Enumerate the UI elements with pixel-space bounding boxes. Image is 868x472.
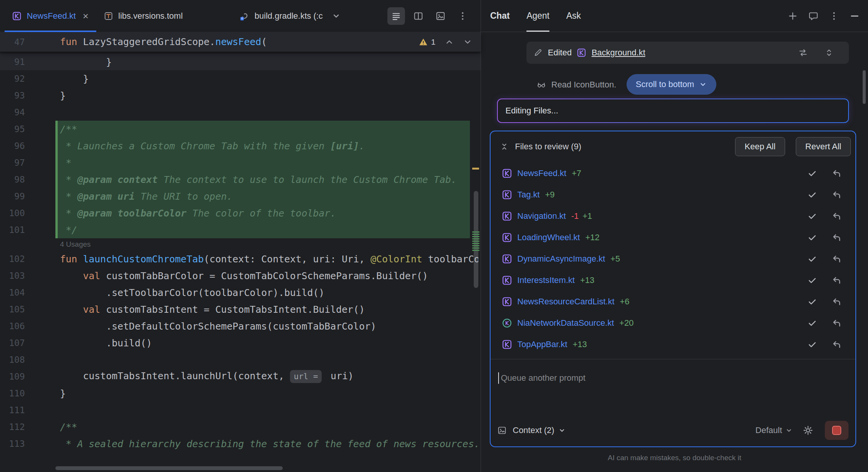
sticky-code-line[interactable]: 47 fun LazyStaggeredGridScope.newsFeed( …	[0, 32, 481, 52]
revert-file-button[interactable]	[832, 254, 842, 264]
editor-tab-libs-versions-toml[interactable]: libs.versions.toml	[96, 0, 191, 32]
accept-file-button[interactable]	[807, 318, 817, 328]
code-line-99[interactable]: 99 * @param uri The URI to open.	[0, 188, 481, 205]
kotlin-class-icon	[502, 318, 512, 328]
line-number: 113	[0, 435, 25, 452]
code-line-107[interactable]: 107 .build()	[0, 335, 481, 351]
accept-file-button[interactable]	[807, 339, 817, 349]
revert-file-button[interactable]	[832, 275, 842, 285]
code-line-92[interactable]: 92 }	[0, 70, 481, 87]
code-line-102[interactable]: 102fun launchCustomChromeTab(context: Co…	[0, 251, 481, 267]
code-line-103[interactable]: 103 val customTabBarColor = CustomTabCol…	[0, 267, 481, 284]
code-line-94[interactable]: 94	[0, 104, 481, 121]
attach-image-icon[interactable]	[497, 426, 507, 435]
stop-button[interactable]	[825, 421, 849, 440]
show-diff-icon[interactable]	[798, 48, 808, 57]
warning-indicator[interactable]: 1	[419, 37, 436, 47]
chat-tab-chat[interactable]: Chat	[490, 0, 510, 32]
code-line-105[interactable]: 105 val customTabsIntent = CustomTabsInt…	[0, 301, 481, 318]
revert-file-button[interactable]	[832, 190, 842, 200]
usages-hint[interactable]: 4 Usages	[60, 240, 91, 249]
expand-collapse-icon[interactable]	[824, 48, 834, 57]
chat-more-options-button[interactable]	[829, 11, 839, 21]
line-number: 100	[0, 205, 25, 221]
review-file-row: InterestsItem.kt+13	[491, 270, 855, 291]
chat-history-button[interactable]	[808, 11, 818, 21]
model-selector[interactable]: Default	[755, 425, 793, 435]
accept-file-button[interactable]	[807, 190, 817, 200]
code-line-95[interactable]: 95/**	[0, 121, 481, 137]
file-structure-button[interactable]	[387, 7, 405, 25]
chat-scrollbar[interactable]	[863, 70, 866, 104]
code-line-106[interactable]: 106 .setDefaultColorSchemeParams(customT…	[0, 318, 481, 335]
hide-panel-button[interactable]	[850, 11, 860, 21]
revert-file-button[interactable]	[832, 168, 842, 178]
hidden-tabs-chevron-down-icon[interactable]	[332, 12, 340, 20]
prompt-input[interactable]: Queue another prompt	[491, 359, 855, 414]
code-line-109[interactable]: 109 customTabsIntent.launchUrl(context, …	[0, 368, 481, 385]
code-editor[interactable]: 91 }92 }93}9495/**96 * Launches a Custom…	[0, 52, 481, 472]
gradle-file-icon	[240, 11, 249, 21]
editor-horizontal-scrollbar[interactable]	[55, 466, 283, 470]
code-line-108[interactable]: 108	[0, 351, 481, 368]
code-line-113[interactable]: 113 * A sealed hierarchy describing the …	[0, 435, 481, 452]
code-line-101[interactable]: 101 */	[0, 221, 481, 238]
accept-file-button[interactable]	[807, 275, 817, 285]
chevron-down-icon	[699, 80, 707, 89]
accept-file-button[interactable]	[807, 168, 817, 178]
editor-tab-build-gradle-kts-c[interactable]: build.gradle.kts (:c	[232, 0, 348, 32]
revert-file-button[interactable]	[832, 233, 842, 242]
gear-icon[interactable]	[803, 425, 813, 436]
code-line-98[interactable]: 98 * @param context The context to use t…	[0, 171, 481, 188]
code-line-96[interactable]: 96 * Launches a Custom Chrome Tab with t…	[0, 137, 481, 154]
read-file-row[interactable]: Read IconButton.	[537, 77, 616, 92]
model-label: Default	[755, 425, 782, 435]
chat-body: Edited Background.kt Read IconButton.	[481, 32, 868, 472]
code-line-97[interactable]: 97 *	[0, 154, 481, 171]
next-issue-button[interactable]	[463, 37, 472, 47]
split-editor-button[interactable]	[410, 7, 427, 25]
chat-tab-ask[interactable]: Ask	[566, 0, 581, 32]
review-file-link[interactable]: TopAppBar.kt	[517, 339, 567, 349]
lines-added: +12	[585, 233, 599, 242]
code-line-110[interactable]: 110}	[0, 385, 481, 402]
chat-header: ChatAgentAsk	[481, 0, 868, 32]
code-line-111[interactable]: 111	[0, 402, 481, 419]
review-file-link[interactable]: DynamicAsyncImage.kt	[517, 254, 605, 264]
revert-all-button[interactable]: Revert All	[796, 137, 851, 156]
accept-file-button[interactable]	[807, 254, 817, 264]
code-line-93[interactable]: 93}	[0, 87, 481, 104]
revert-file-button[interactable]	[832, 297, 842, 307]
review-file-link[interactable]: Navigation.kt	[517, 211, 566, 221]
revert-file-button[interactable]	[832, 339, 842, 349]
review-file-link[interactable]: NewsResourceCardList.kt	[517, 297, 614, 307]
accept-file-button[interactable]	[807, 297, 817, 307]
keep-all-button[interactable]: Keep All	[735, 137, 785, 156]
code-line-91[interactable]: 91 }	[0, 53, 481, 70]
review-file-link[interactable]: Tag.kt	[517, 190, 540, 200]
accept-file-button[interactable]	[807, 233, 817, 242]
revert-file-button[interactable]	[832, 211, 842, 221]
accept-file-button[interactable]	[807, 211, 817, 221]
code-line-104[interactable]: 104 .setToolbarColor(toolbarColor).build…	[0, 284, 481, 301]
edited-file-link[interactable]: Background.kt	[591, 48, 645, 58]
review-file-link[interactable]: NewsFeed.kt	[517, 168, 566, 178]
review-file-link[interactable]: InterestsItem.kt	[517, 275, 575, 285]
new-chat-button[interactable]	[788, 11, 798, 21]
code-line-100[interactable]: 100 * @param toolbarColor The color of t…	[0, 205, 481, 221]
collapse-icon[interactable]	[500, 142, 509, 151]
code-line-112[interactable]: 112/**	[0, 419, 481, 435]
review-file-link[interactable]: NiaNetworkDataSource.kt	[517, 318, 614, 328]
context-selector[interactable]: Context (2)	[513, 425, 566, 435]
edited-file-card[interactable]: Edited Background.kt	[526, 42, 849, 64]
previous-issue-button[interactable]	[445, 37, 454, 47]
line-number: 96	[0, 137, 25, 154]
close-tab-icon[interactable]: ×	[83, 11, 88, 21]
editor-more-options-button[interactable]	[454, 7, 471, 25]
editor-tab-newsfeed-kt[interactable]: NewsFeed.kt×	[5, 0, 96, 32]
image-preview-button[interactable]	[432, 7, 449, 25]
review-file-link[interactable]: LoadingWheel.kt	[517, 233, 580, 242]
chat-tab-agent[interactable]: Agent	[526, 0, 549, 32]
scroll-to-bottom-button[interactable]: Scroll to bottom	[627, 74, 716, 95]
revert-file-button[interactable]	[832, 318, 842, 328]
